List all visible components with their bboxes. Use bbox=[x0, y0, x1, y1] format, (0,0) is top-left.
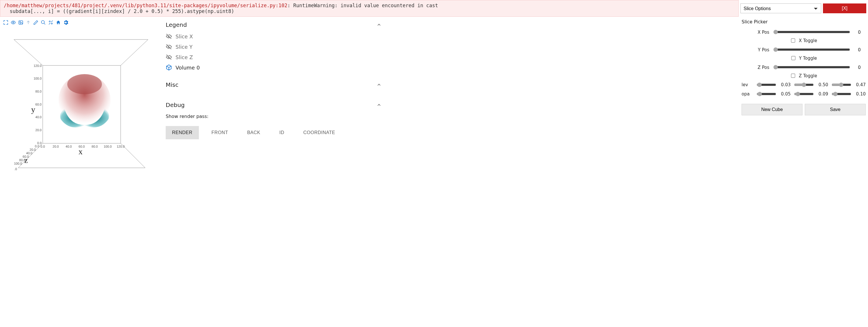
legend-panel: Legend Slice X Slice Y bbox=[164, 19, 383, 78]
y-tick: 40.0 bbox=[35, 116, 41, 119]
levels-value-3: 0.47 bbox=[854, 82, 866, 87]
levels-slider-1[interactable] bbox=[756, 83, 776, 87]
render-tab-render[interactable]: RENDER bbox=[166, 126, 199, 139]
cube-icon bbox=[166, 64, 172, 71]
opacities-value-2: 0.09 bbox=[816, 91, 828, 97]
legend-label: Slice X bbox=[176, 33, 193, 39]
slice-picker-title: Slice Picker bbox=[742, 19, 866, 27]
home-icon[interactable] bbox=[55, 20, 61, 25]
x-tick: 80.0 bbox=[92, 145, 98, 148]
render-tab-id[interactable]: ID bbox=[273, 126, 291, 139]
render-tab-coordinate[interactable]: COORDINATE bbox=[297, 126, 341, 139]
legend-label: Slice Z bbox=[176, 54, 193, 60]
y-axis-label: y bbox=[31, 105, 35, 114]
image-icon[interactable] bbox=[18, 20, 24, 25]
chevron-up-icon bbox=[376, 102, 382, 107]
render-tab-front[interactable]: FRONT bbox=[205, 126, 235, 139]
opacities-label: opa bbox=[742, 91, 753, 97]
warning-code-line: subdata[..., i] = ((gradient[i][zindex] … bbox=[4, 8, 234, 14]
opacities-slider-1[interactable] bbox=[756, 92, 776, 96]
edit-icon[interactable] bbox=[33, 20, 39, 25]
zoom-icon[interactable] bbox=[40, 20, 46, 25]
render-pass-tabs: RENDER FRONT BACK ID COORDINATE bbox=[166, 126, 382, 139]
x-toggle-label: X Toggle bbox=[799, 38, 817, 43]
misc-header[interactable]: Misc bbox=[164, 78, 383, 90]
legend-item-slice-x[interactable]: Slice X bbox=[166, 31, 382, 41]
y-toggle-label: Y Toggle bbox=[799, 56, 817, 61]
eye-off-icon bbox=[166, 33, 172, 39]
x-tick: 120.0 bbox=[117, 145, 125, 148]
z-tick: 100.0 bbox=[14, 162, 22, 165]
x-tick: 100.0 bbox=[104, 145, 112, 148]
opacities-slider-3[interactable] bbox=[832, 92, 851, 96]
levels-slider-3[interactable] bbox=[832, 83, 851, 87]
x-tick: 20.0 bbox=[53, 145, 59, 148]
debug-header[interactable]: Debug bbox=[164, 99, 383, 110]
z-toggle-label: Z Toggle bbox=[799, 73, 817, 78]
y-tick: 100.0 bbox=[33, 77, 41, 80]
debug-panel: Debug Show render pass: RENDER FRONT BAC… bbox=[164, 99, 383, 145]
levels-label: lev bbox=[742, 82, 753, 87]
svg-line-5 bbox=[14, 39, 43, 65]
x-pos-slider[interactable] bbox=[773, 30, 850, 34]
debug-title: Debug bbox=[166, 101, 185, 108]
opacities-value-3: 0.10 bbox=[854, 91, 866, 97]
x-toggle-checkbox[interactable] bbox=[791, 38, 795, 42]
legend-item-slice-z[interactable]: Slice Z bbox=[166, 52, 382, 62]
close-button[interactable]: [X] bbox=[823, 3, 866, 13]
settings-icon[interactable] bbox=[63, 20, 69, 25]
y-toggle-checkbox[interactable] bbox=[791, 56, 795, 60]
z-axis-label: z bbox=[24, 156, 28, 165]
svg-point-2 bbox=[20, 22, 21, 23]
render-tab-back[interactable]: BACK bbox=[241, 126, 267, 139]
eye-off-icon bbox=[166, 43, 172, 50]
svg-point-0 bbox=[13, 22, 14, 23]
plot-toolbar bbox=[2, 19, 158, 27]
z-pos-label: Z Pos bbox=[742, 65, 769, 70]
slice-options-dropdown[interactable]: Slice Options bbox=[740, 3, 821, 13]
y-tick: 60.0 bbox=[35, 103, 41, 106]
opacities-value-1: 0.05 bbox=[778, 91, 790, 97]
legend-item-slice-y[interactable]: Slice Y bbox=[166, 41, 382, 52]
y-pos-slider[interactable] bbox=[773, 47, 850, 52]
y-pos-value: 0 bbox=[853, 47, 866, 53]
new-cube-button[interactable]: New Cube bbox=[742, 104, 803, 116]
legend-title: Legend bbox=[166, 21, 187, 28]
tools-icon[interactable] bbox=[48, 20, 54, 25]
misc-panel: Misc bbox=[164, 78, 383, 99]
legend-item-volume-0[interactable]: Volume 0 bbox=[166, 62, 382, 73]
eye-icon[interactable] bbox=[10, 20, 16, 25]
svg-rect-1 bbox=[19, 21, 23, 24]
x-tick: 40.0 bbox=[65, 145, 71, 148]
levels-value-1: 0.03 bbox=[778, 82, 790, 87]
upload-icon bbox=[25, 20, 31, 25]
z-tick: 0.0 bbox=[35, 144, 39, 148]
x-pos-value: 0 bbox=[853, 30, 866, 35]
x-tick: 0.0 bbox=[40, 145, 45, 148]
save-button[interactable]: Save bbox=[805, 104, 866, 116]
z-pos-value: 0 bbox=[853, 65, 866, 70]
x-axis-label: x bbox=[79, 147, 83, 156]
svg-point-12 bbox=[67, 74, 102, 94]
legend-header[interactable]: Legend bbox=[164, 19, 383, 30]
svg-point-3 bbox=[41, 21, 44, 24]
fullscreen-icon[interactable] bbox=[3, 20, 9, 25]
render-pass-label: Show render pass: bbox=[166, 111, 382, 126]
opacities-slider-2[interactable] bbox=[794, 92, 814, 96]
levels-slider-2[interactable] bbox=[794, 83, 814, 87]
z-toggle-checkbox[interactable] bbox=[791, 73, 795, 77]
y-tick: 20.0 bbox=[35, 128, 41, 132]
y-tick: 120.0 bbox=[33, 64, 41, 67]
z-tick: .0 bbox=[14, 167, 17, 171]
misc-title: Misc bbox=[166, 81, 178, 88]
chevron-up-icon bbox=[376, 82, 382, 87]
warning-message: : RuntimeWarning: invalid value encounte… bbox=[287, 3, 438, 8]
z-tick: 40.0 bbox=[26, 152, 32, 155]
eye-off-icon bbox=[166, 54, 172, 60]
z-tick: 20.0 bbox=[30, 148, 36, 152]
legend-label: Slice Y bbox=[176, 44, 192, 50]
z-pos-slider[interactable] bbox=[773, 65, 850, 69]
volume-plot-3d[interactable]: 0.0 20.0 40.0 60.0 80.0 100.0 120.0 0.0 … bbox=[14, 32, 152, 182]
svg-line-6 bbox=[121, 39, 148, 65]
warning-file-path: /home/matthew/projects/481/project/.venv… bbox=[4, 3, 287, 8]
